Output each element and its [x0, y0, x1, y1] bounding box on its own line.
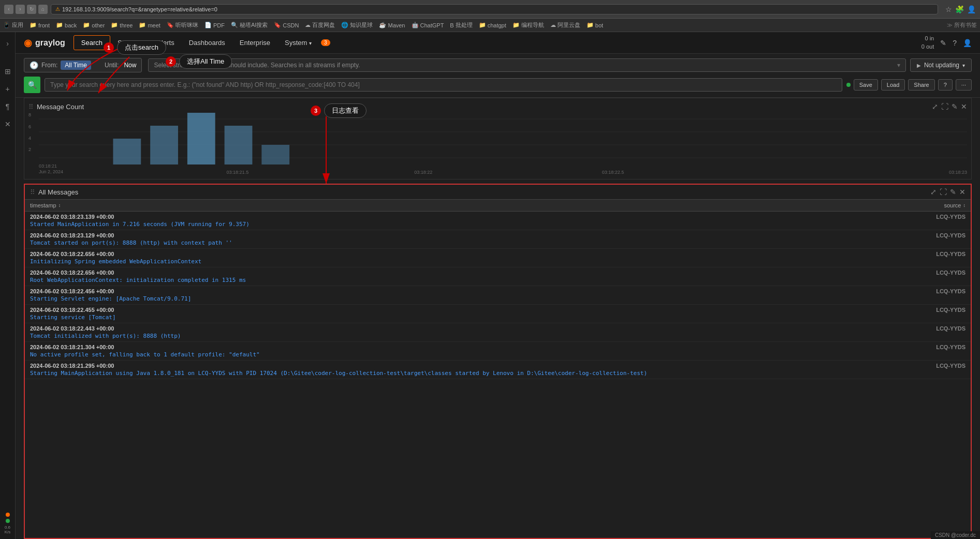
not-updating-button[interactable]: ▶ Not updating ▾: [910, 58, 972, 72]
bookmark-batch[interactable]: B 批处理: [450, 21, 472, 29]
fullscreen-icon[interactable]: ⛶: [941, 102, 948, 111]
x-label-1: 03:18:21Jun 2, 2024: [39, 163, 63, 175]
drag-handle-icon-2: ⠿: [30, 188, 35, 196]
time-selector[interactable]: 🕐 From: All Time Until: Now: [24, 58, 142, 72]
table-row[interactable]: 2024-06-02 03:18:22.656 +00:00 LCQ-YYDS …: [25, 267, 971, 286]
edit-chart-icon[interactable]: ✎: [952, 102, 958, 111]
messages-section: ⠿ All Messages ⤢ ⛶ ✎ ✕ timestamp ↕: [24, 184, 972, 539]
reload-button[interactable]: ↻: [27, 5, 36, 14]
bookmark-meet[interactable]: 📁 meet: [139, 22, 160, 28]
svg-rect-7: [225, 126, 253, 164]
table-row[interactable]: 2024-06-02 03:18:22.455 +00:00 LCQ-YYDS …: [25, 305, 971, 323]
col-header-timestamp: timestamp ↕: [30, 202, 134, 208]
messages-title: ⠿ All Messages: [30, 188, 78, 196]
bookmark-bot[interactable]: 📁 bot: [587, 22, 603, 28]
more-options-button[interactable]: ···: [956, 79, 972, 91]
search-row-1: 🕐 From: All Time Until: Now Select strea…: [24, 58, 972, 72]
all-bookmarks-icon[interactable]: ≫ 所有书签: [947, 21, 977, 29]
stream-selector[interactable]: Select streams the search should include…: [148, 58, 906, 72]
fullscreen-messages-icon[interactable]: ⛶: [940, 188, 947, 196]
nav-streams[interactable]: Streams: [110, 36, 150, 50]
bookmark-chatgpt[interactable]: 🤖 ChatGPT: [412, 22, 444, 28]
bookmark-csdn[interactable]: 🔖 CSDN: [274, 22, 299, 28]
until-value: Now: [124, 62, 136, 69]
table-row[interactable]: 2024-06-02 03:18:22.656 +00:00 LCQ-YYDS …: [25, 249, 971, 267]
bookmark-back[interactable]: 📁 back: [56, 22, 77, 28]
msg-content-8: Starting MainApplication using Java 1.8.…: [30, 370, 966, 377]
search-row-2: 🔍 Save Load Share ? ···: [24, 77, 972, 93]
sort-source-icon[interactable]: ↕: [963, 203, 966, 208]
aliyun-icon: ☁: [550, 22, 556, 28]
bookmark-aliyun[interactable]: ☁ 阿里云盘: [550, 21, 580, 29]
table-row[interactable]: 2024-06-02 03:18:21.304 +00:00 LCQ-YYDS …: [25, 342, 971, 361]
msg-source-2: LCQ-YYDS: [936, 251, 966, 257]
star-icon[interactable]: ☆: [945, 5, 952, 13]
msg-source-6: LCQ-YYDS: [936, 325, 966, 332]
x-label-3: 03:18:22: [414, 170, 432, 175]
profile-icon[interactable]: 👤: [967, 5, 976, 13]
search-bookmark-icon: 🔍: [231, 22, 238, 28]
msg-timestamp-3: 2024-06-02 03:18:22.656 +00:00 LCQ-YYDS: [30, 270, 966, 276]
extensions-icon[interactable]: 🧩: [955, 5, 964, 13]
bookmark-baidu[interactable]: ☁ 百度网盘: [305, 21, 335, 29]
help-icon[interactable]: ?: [953, 39, 957, 47]
forward-button[interactable]: ›: [16, 5, 25, 14]
close-messages-icon[interactable]: ✕: [959, 188, 966, 196]
nav-system[interactable]: System ▾: [277, 36, 319, 50]
save-button[interactable]: Save: [854, 79, 878, 91]
home-button[interactable]: ⌂: [38, 5, 48, 14]
help-search-button[interactable]: ?: [938, 79, 953, 91]
table-header: timestamp ↕ source ↕: [25, 200, 971, 212]
table-row[interactable]: 2024-06-02 03:18:23.129 +00:00 LCQ-YYDS …: [25, 230, 971, 249]
sidebar-home[interactable]: ⊞: [2, 65, 14, 78]
bookmark-zsxq[interactable]: 🌐 知识星球: [341, 21, 373, 29]
nav-dashboards[interactable]: Dashboards: [182, 36, 232, 50]
bookmark-three[interactable]: 📁 three: [111, 22, 133, 28]
table-row[interactable]: 2024-06-02 03:18:21.295 +00:00 LCQ-YYDS …: [25, 361, 971, 379]
chart-body: 8 6 4 2 03:18:21Jun 2, 2024 03:18:21.5 0…: [28, 113, 967, 175]
bookmark-apps[interactable]: 📱 应用: [3, 21, 23, 29]
close-chart-icon[interactable]: ✕: [961, 102, 967, 111]
search-execute-button[interactable]: 🔍: [24, 77, 40, 93]
folder-icon: 📁: [30, 22, 37, 28]
user-icon[interactable]: 👤: [963, 39, 972, 47]
svg-rect-6: [187, 113, 215, 164]
bookmark-misou[interactable]: 🔍 秘塔AI搜索: [231, 21, 268, 29]
folder-icon-5: 📁: [139, 22, 146, 28]
bookmark-icon-1: 🔖: [167, 22, 174, 28]
bookmark-other[interactable]: 📁 other: [83, 22, 105, 28]
expand-messages-icon[interactable]: ⤢: [930, 188, 937, 196]
msg-timestamp-2: 2024-06-02 03:18:22.656 +00:00 LCQ-YYDS: [30, 251, 966, 257]
back-button[interactable]: ‹: [4, 5, 13, 14]
y-label-8: 8: [28, 113, 31, 117]
sidebar-toggle[interactable]: ›: [2, 37, 14, 50]
bookmark-tingting[interactable]: 🔖 听听咪咪: [167, 21, 198, 29]
bookmark-maven[interactable]: ☕ Maven: [379, 22, 405, 28]
nav-alerts[interactable]: Alerts: [150, 36, 181, 50]
bookmark-coding-nav[interactable]: 📁 编程导航: [513, 21, 544, 29]
bookmark-front[interactable]: 📁 front: [30, 22, 50, 28]
table-row[interactable]: 2024-06-02 03:18:22.456 +00:00 LCQ-YYDS …: [25, 286, 971, 305]
bookmarks-toolbar: 📱 应用 📁 front 📁 back 📁 other 📁 three 📁 me…: [0, 19, 980, 32]
msg-timestamp-6: 2024-06-02 03:18:22.443 +00:00 LCQ-YYDS: [30, 325, 966, 332]
expand-icon[interactable]: ⤢: [932, 102, 938, 111]
search-query-input[interactable]: [45, 78, 842, 92]
load-button[interactable]: Load: [881, 79, 905, 91]
sidebar-add[interactable]: +: [2, 83, 14, 95]
bookmark-pdf[interactable]: 📄 PDF: [204, 22, 225, 28]
from-value[interactable]: All Time: [61, 61, 91, 70]
nav-search[interactable]: Search: [74, 35, 110, 50]
nav-enterprise[interactable]: Enterprise: [232, 36, 277, 50]
bookmark-chatgpt2[interactable]: 📁 chatgpt: [479, 22, 506, 28]
url-bar[interactable]: ⚠ 192.168.10.3:9009/search?q=&rangetype=…: [51, 4, 938, 14]
edit-messages-icon[interactable]: ✎: [950, 188, 956, 196]
sidebar-text[interactable]: ¶: [2, 100, 14, 113]
sort-icon[interactable]: ↕: [58, 203, 61, 208]
share-button[interactable]: Share: [908, 79, 934, 91]
table-row[interactable]: 2024-06-02 03:18:23.139 +00:00 LCQ-YYDS …: [25, 212, 971, 230]
edit-icon[interactable]: ✎: [940, 39, 946, 47]
table-row[interactable]: 2024-06-02 03:18:22.443 +00:00 LCQ-YYDS …: [25, 323, 971, 342]
play-icon: ▶: [917, 63, 921, 68]
sidebar-x[interactable]: ✕: [2, 118, 14, 130]
clock-icon: 🕐: [30, 61, 38, 69]
